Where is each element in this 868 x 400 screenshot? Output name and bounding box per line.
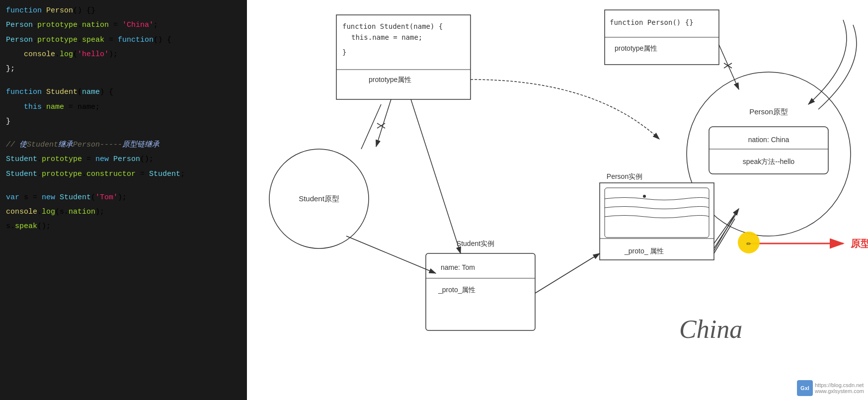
svg-line-22 (346, 236, 436, 273)
student-func-to-circle-arrows (361, 99, 391, 149)
china-handwritten: China (679, 315, 742, 343)
student-func-label2: this.name = name; (351, 33, 422, 41)
code-line-4: console.log('hello'); (6, 49, 241, 60)
student-func-label1: function Student(name) { (342, 22, 443, 30)
person-instance-proto: _proto_ 属性 (624, 247, 664, 255)
svg-text:China: China (679, 315, 742, 343)
circle-to-student-instance (346, 236, 436, 273)
watermark-icon-text: Gxl (800, 385, 809, 391)
svg-rect-11 (605, 188, 709, 238)
svg-line-16 (361, 104, 381, 149)
svg-line-27 (714, 219, 735, 253)
code-line-1: function Person() {} (6, 5, 241, 16)
code-line-10: Student.prototype.constructor = Student; (6, 168, 241, 180)
student-instance-to-person-instance (535, 253, 600, 293)
svg-line-15 (376, 99, 391, 147)
person-func-proto-label: prototype属性 (615, 44, 657, 52)
person-circle-label: Person原型 (749, 107, 788, 116)
code-line-2: Person.prototype.nation = 'China'; (6, 19, 241, 31)
student-instance-box: Student实例 name: Tom _proto_属性 (426, 240, 535, 330)
prototype-chain-label: 原型链 (850, 238, 868, 249)
diagram-panel: function Student(name) { this.name = nam… (247, 0, 868, 400)
person-instance-box: Person实例 _proto_ 属性 (600, 172, 714, 260)
code-line-12: console.log(s.nation); (6, 206, 241, 218)
svg-text:✏️: ✏️ (746, 239, 751, 248)
code-line-13: s.speak(); (6, 221, 241, 232)
svg-point-33 (643, 195, 646, 198)
code-panel: function Person() {} Person.prototype.na… (0, 0, 247, 400)
watermark: Gxl https://blog.csdn.net www.gxlsystem.… (797, 380, 864, 396)
code-line-6: function Student(name) { (6, 86, 241, 98)
student-instance-proto: _proto_属性 (438, 286, 475, 294)
code-line-5: }; (6, 63, 241, 75)
svg-rect-8 (709, 127, 828, 174)
code-line-11: var s = new Student('Tom'); (6, 192, 241, 203)
watermark-icon: Gxl (797, 380, 813, 396)
person-circle-nation: nation: China (748, 136, 789, 144)
svg-line-23 (411, 99, 461, 253)
watermark-site: www.gxlsystem.com (815, 388, 864, 394)
code-line-3: Person.prototype.speak = function() { (6, 34, 241, 46)
code-line-comment: // 使Student继承Person-----原型链继承 (6, 139, 241, 151)
person-func-label1: function Person() {} (610, 18, 694, 26)
student-func-to-student-instance (411, 99, 461, 253)
student-instance-label: Student实例 (457, 240, 494, 247)
code-line-9: Student.prototype = new Person(); (6, 154, 241, 165)
student-func-label3: } (342, 48, 346, 56)
student-func-to-person-circle (471, 80, 659, 139)
student-instance-name: name: Tom (441, 263, 475, 271)
student-function-box: function Student(name) { this.name = nam… (336, 15, 471, 99)
person-function-box: function Person() {} prototype属性 (605, 10, 719, 65)
student-func-proto-label: prototype属性 (369, 76, 411, 83)
student-circle: Student原型 (269, 149, 369, 248)
svg-line-24 (535, 253, 600, 293)
prototype-chain-arrow: ✏️ (738, 232, 843, 253)
person-circle-speak: speak方法--hello (743, 158, 794, 165)
code-line-8: } (6, 116, 241, 127)
watermark-url: https://blog.csdn.net (815, 382, 864, 388)
code-line-7: this.name = name; (6, 101, 241, 113)
student-circle-label: Student原型 (299, 194, 339, 203)
person-instance-label: Person实例 (607, 172, 642, 180)
